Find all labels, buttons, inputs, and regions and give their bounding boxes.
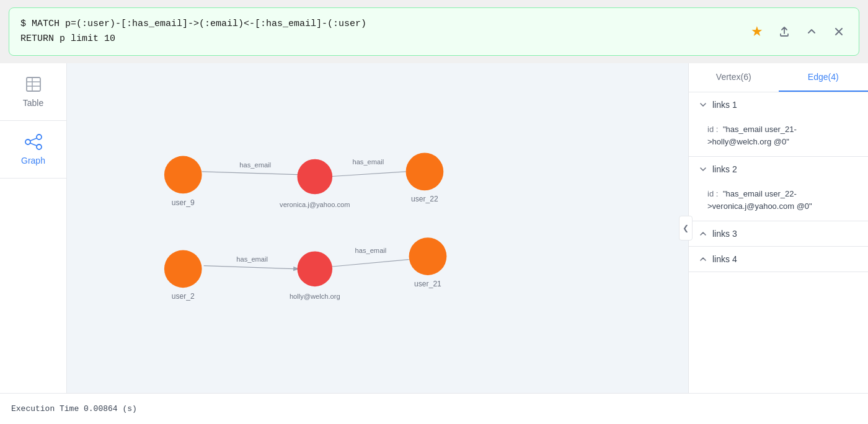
svg-line-8	[30, 143, 37, 146]
links-1-id-label: id :	[707, 125, 718, 134]
right-panel: ❮ Vertex(6) Edge(4) links 1 id : "has_em…	[688, 63, 868, 393]
node-label-user22: user_22	[411, 195, 438, 203]
node-holly[interactable]	[297, 251, 332, 286]
chevron-up-icon-4	[699, 255, 707, 263]
share-icon	[778, 25, 790, 38]
links-header-4[interactable]: links 4	[689, 247, 868, 272]
table-icon	[25, 76, 42, 93]
links-2-id-value: "has_email user_22->veronica.j@yahoo.com…	[707, 189, 812, 211]
links-header-3[interactable]: links 3	[689, 221, 868, 246]
graph-svg: has_email has_email has_email has_email …	[67, 63, 688, 393]
graph-area: has_email has_email has_email has_email …	[67, 63, 688, 393]
edge-label-2: has_email	[353, 158, 384, 166]
node-label-user21: user_21	[414, 280, 441, 288]
links-1-label: links 1	[712, 100, 737, 110]
node-label-user9: user_9	[172, 198, 195, 207]
tab-table-label: Table	[23, 98, 43, 108]
query-line1: $ MATCH p=(:user)-[:has_email]->(:email)…	[20, 17, 736, 32]
links-section-3: links 3	[689, 221, 868, 247]
edge-user22-veronica	[327, 172, 406, 177]
edge-user2-holly	[204, 266, 298, 269]
node-label-user2: user_2	[172, 292, 195, 301]
close-query-button[interactable]	[830, 23, 848, 40]
links-4-label: links 4	[712, 254, 737, 264]
share-button[interactable]	[776, 23, 793, 40]
links-section-1: links 1 id : "has_email user_21->holly@w…	[689, 92, 868, 157]
links-2-id-label: id :	[707, 189, 718, 198]
links-header-1[interactable]: links 1	[689, 92, 868, 117]
links-header-2[interactable]: links 2	[689, 157, 868, 182]
query-bar: $ MATCH p=(:user)-[:has_email]->(:email)…	[9, 7, 859, 56]
star-icon: ★	[751, 24, 763, 40]
edge-user9-veronica	[202, 172, 303, 175]
edge-label-1: has_email	[239, 161, 271, 169]
links-section-4: links 4	[689, 247, 868, 272]
links-3-label: links 3	[712, 229, 737, 239]
collapse-query-button[interactable]	[803, 23, 820, 40]
links-2-label: links 2	[712, 164, 737, 174]
tab-graph[interactable]: Graph	[0, 121, 66, 179]
chevron-down-icon-1	[699, 100, 707, 109]
tab-edge[interactable]: Edge(4)	[779, 63, 869, 92]
main-content: Table Graph has_email	[0, 63, 868, 393]
svg-rect-0	[27, 77, 40, 91]
panel-tabs: Vertex(6) Edge(4)	[689, 63, 868, 92]
svg-point-4	[25, 139, 30, 144]
graph-icon	[24, 133, 43, 151]
node-user2[interactable]	[164, 250, 202, 288]
svg-point-5	[37, 135, 42, 139]
tab-graph-label: Graph	[21, 156, 45, 166]
edge-user21-holly	[327, 260, 409, 267]
node-label-veronica: veronica.j@yahoo.com	[280, 201, 350, 208]
chevron-up-icon	[805, 25, 818, 38]
edge-label-3: has_email	[236, 255, 268, 263]
node-user9[interactable]	[164, 156, 202, 194]
execution-time: Execution Time 0.00864 (s)	[11, 404, 137, 413]
node-veronica[interactable]	[297, 159, 332, 195]
node-user22[interactable]	[406, 153, 444, 191]
svg-line-7	[30, 138, 37, 141]
node-user21[interactable]	[409, 237, 447, 275]
links-1-id-value: "has_email user_21->holly@welch.org @0"	[707, 125, 797, 146]
tab-vertex[interactable]: Vertex(6)	[689, 63, 779, 92]
query-actions: ★	[748, 21, 848, 42]
panel-content: links 1 id : "has_email user_21->holly@w…	[689, 92, 868, 393]
query-line2: RETURN p limit 10	[20, 32, 736, 46]
edge-label-4: has_email	[355, 247, 387, 254]
tab-table[interactable]: Table	[0, 63, 66, 121]
chevron-up-icon-3	[699, 229, 707, 238]
bottom-bar: Execution Time 0.00864 (s)	[0, 393, 868, 424]
star-button[interactable]: ★	[748, 21, 766, 42]
close-icon	[833, 25, 845, 38]
chevron-down-icon-2	[699, 165, 707, 174]
collapse-panel-button[interactable]: ❮	[679, 216, 693, 241]
svg-point-6	[37, 144, 42, 149]
links-section-2: links 2 id : "has_email user_22->veronic…	[689, 157, 868, 221]
links-2-body: id : "has_email user_22->veronica.j@yaho…	[689, 182, 868, 221]
node-label-holly: holly@welch.org	[290, 293, 340, 300]
links-1-body: id : "has_email user_21->holly@welch.org…	[689, 117, 868, 156]
left-sidebar: Table Graph	[0, 63, 67, 393]
query-text: $ MATCH p=(:user)-[:has_email]->(:email)…	[20, 17, 736, 46]
